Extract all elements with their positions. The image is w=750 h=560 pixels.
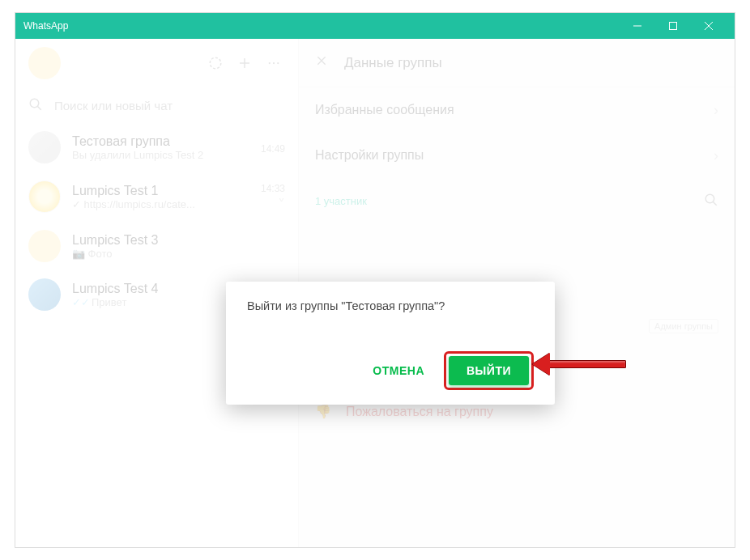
svg-rect-0 bbox=[670, 23, 677, 30]
maximize-button[interactable] bbox=[655, 13, 691, 39]
cancel-button[interactable]: ОТМЕНА bbox=[360, 356, 437, 385]
minimize-button[interactable] bbox=[620, 13, 655, 39]
confirm-dialog: Выйти из группы "Тестовая группа"? ОТМЕН… bbox=[226, 282, 555, 405]
annotation-arrow bbox=[532, 353, 626, 375]
titlebar: WhatsApp bbox=[15, 13, 735, 39]
dialog-message: Выйти из группы "Тестовая группа"? bbox=[247, 299, 534, 312]
close-window-button[interactable] bbox=[691, 13, 727, 39]
app-window: WhatsApp Поиск или новый чат bbox=[15, 12, 735, 548]
exit-button-highlight: ВЫЙТИ bbox=[444, 351, 534, 390]
window-title: WhatsApp bbox=[23, 20, 620, 32]
exit-button[interactable]: ВЫЙТИ bbox=[449, 356, 529, 385]
